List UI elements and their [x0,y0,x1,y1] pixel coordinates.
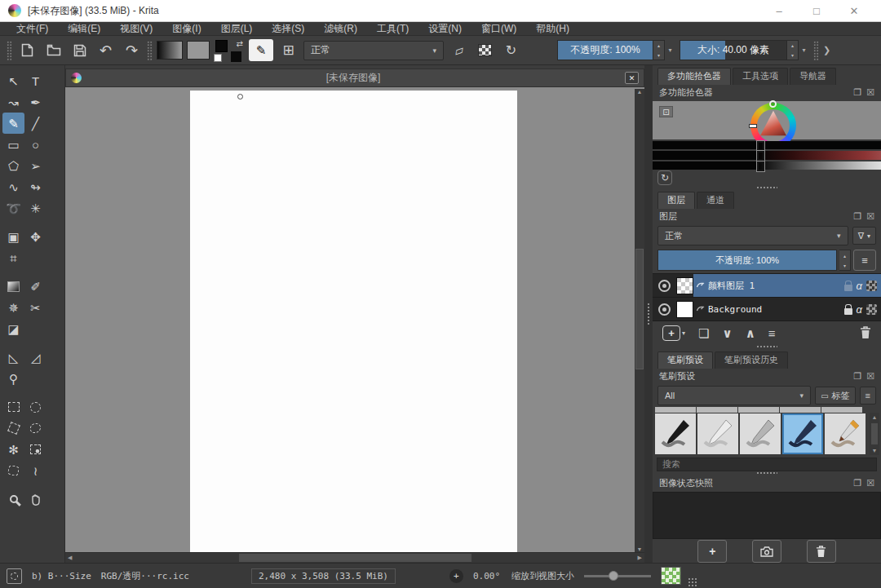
ellipse-tool[interactable]: ○ [24,134,46,155]
alpha-lock-icon[interactable]: α [857,303,862,316]
visibility-eye-icon[interactable] [658,303,671,316]
transform-tool[interactable]: ▣ [2,226,24,247]
tab-layers[interactable]: 图层 [657,192,695,209]
scroll-up-icon[interactable]: ▲ [637,89,643,95]
layer-view-options-button[interactable]: ≡ [853,250,876,271]
zoom-fit-label[interactable]: 缩放到视图大小 [511,570,574,582]
bezier-select-tool[interactable] [2,460,24,481]
edit-shapes-tool[interactable]: ↝ [2,91,24,113]
toolbar-grip[interactable] [147,41,153,60]
similar-select-tool[interactable] [24,439,46,460]
close-button[interactable]: ✕ [835,5,873,17]
new-document-button[interactable] [16,39,38,62]
alpha-lock-icon[interactable]: α [857,280,862,292]
opacity-slider[interactable]: 不透明度: 100% [557,40,653,60]
chevron-down-icon[interactable]: ▾ [665,46,675,54]
menu-help[interactable]: 帮助(H) [526,22,579,36]
selector-settings-icon[interactable]: ⊡ [659,106,673,117]
polygon-select-tool[interactable] [2,418,24,439]
inherit-alpha-icon[interactable] [866,304,877,315]
menu-view[interactable]: 视图(V) [110,22,162,36]
close-docker-icon[interactable]: ☒ [866,478,874,489]
vertical-scrollbar[interactable]: ▲ ▼ [635,89,644,552]
zoom-tool[interactable] [2,489,24,510]
horizontal-scrollbar[interactable]: ◀ ▶ [65,552,644,563]
color-history-button[interactable]: ↻ [657,170,672,185]
move-layer-up-button[interactable]: ∧ [746,326,755,341]
menu-select[interactable]: 选择(S) [262,22,314,36]
preserve-alpha-button[interactable] [474,39,496,62]
polyline-tool[interactable]: ➢ [24,155,46,176]
open-document-button[interactable] [42,39,64,62]
layer-thumbnail[interactable] [676,301,693,318]
selection-mode-icon[interactable] [7,568,22,584]
dynamic-brush-tool[interactable]: ➰ [2,197,24,219]
calligraphy-tool[interactable]: ✒ [24,91,46,113]
slider-marker[interactable] [757,141,764,151]
background-color-swatch[interactable] [214,54,222,62]
size-spinner[interactable]: ▴ ▾ [787,40,799,60]
slider-marker[interactable] [757,161,764,171]
splitter-handle[interactable] [647,303,650,325]
brush-filter-combobox[interactable]: All ▾ [657,386,811,405]
scroll-down-icon[interactable]: ▼ [872,448,878,453]
brush-editor-button[interactable]: ✎ [249,39,273,61]
opacity-spinner[interactable]: ▴ ▾ [653,40,665,60]
redo-button[interactable]: ↷ [121,39,143,62]
crop-tool[interactable]: ⌗ [2,247,24,268]
brush-size-slider[interactable]: 大小: 40.00 像素 [680,40,787,60]
move-layer-down-button[interactable]: ∨ [722,326,732,341]
layer-row-background[interactable]: Background α [653,298,881,321]
snapshot-list[interactable] [653,492,881,539]
add-snapshot-button[interactable]: + [697,540,727,563]
tab-brush-preset-history[interactable]: 笔刷预设历史 [715,351,788,369]
delete-layer-button[interactable] [860,326,871,341]
panel-splitter[interactable] [644,65,653,563]
canvas-rotation-icon[interactable]: + [449,569,463,583]
freehand-path-tool[interactable]: ↬ [24,176,46,197]
foreground-color-swatch[interactable] [215,40,228,52]
lock-icon[interactable] [844,285,852,291]
bezier-curve-tool[interactable]: ∿ [2,176,24,197]
layer-row-body[interactable]: Background α [693,298,881,321]
scroll-down-icon[interactable]: ▼ [637,546,643,552]
ellipse-select-tool[interactable] [24,396,46,418]
brush-preset-ink-pen[interactable] [782,413,823,454]
menu-settings[interactable]: 设置(N) [418,22,471,36]
color-selector-area[interactable]: ⊡ [653,101,881,139]
delete-snapshot-button[interactable] [807,540,836,563]
subwindow-close-button[interactable]: ✕ [625,72,639,84]
menu-file[interactable]: 文件(F) [7,22,58,36]
gradient-chooser-button[interactable] [157,39,183,62]
polygon-tool[interactable]: ⬠ [2,155,24,176]
spin-down-icon[interactable]: ▾ [653,51,664,60]
spin-up-icon[interactable]: ▴ [839,250,850,260]
measure-tool[interactable]: ◺ [2,347,24,368]
freehand-brush-tool[interactable]: ✎ [2,113,24,134]
add-layer-button[interactable]: + ▾ [662,325,685,341]
preset-scroll-thumb[interactable] [871,423,878,444]
brush-preset-pen-metallic[interactable] [740,413,781,454]
reload-preset-button[interactable]: ↻ [500,39,522,62]
tab-tool-options[interactable]: 工具选项 [733,68,788,85]
layer-row-paint[interactable]: 颜料图层 1 α [653,274,881,298]
horizontal-scroll-thumb[interactable] [239,554,471,562]
scroll-left-icon[interactable]: ◀ [68,555,72,561]
window-resize-grip[interactable] [688,577,698,588]
brush-search-input[interactable] [657,458,877,471]
inherit-alpha-icon[interactable] [866,281,877,291]
take-snapshot-button[interactable] [752,540,781,563]
tab-channels[interactable]: 通道 [697,192,734,209]
blend-mode-combobox[interactable]: 正常 ▾ [303,41,444,60]
swap-colors-icon[interactable]: ⇄ [237,39,243,48]
color-slider-value[interactable] [653,161,881,170]
zoom-slider-knob[interactable] [609,571,618,581]
undo-button[interactable]: ↶ [95,39,117,62]
menu-image[interactable]: 图像(I) [162,22,210,36]
colorize-mask-tool[interactable]: ✵ [2,297,24,318]
preset-scrollbar[interactable]: ▲ ▼ [870,413,879,455]
brush-preset-brush-orange[interactable] [825,413,866,454]
float-docker-icon[interactable]: ❐ [853,211,861,222]
fill-tool[interactable]: ◪ [2,318,24,339]
menu-window[interactable]: 窗口(W) [471,22,526,36]
